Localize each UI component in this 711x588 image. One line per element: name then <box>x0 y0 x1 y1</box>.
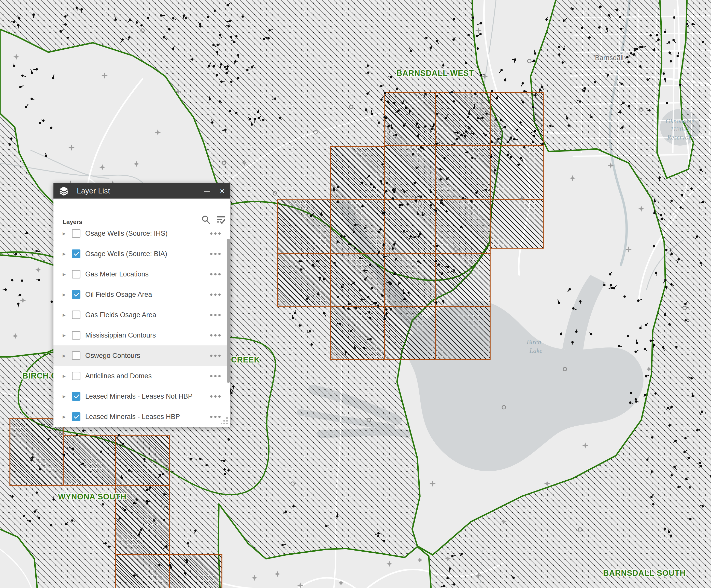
layer-rows: ▸Osage Wells (Source: IHS)▸Osage Wells (… <box>53 223 230 427</box>
layer-checkbox[interactable] <box>72 249 81 258</box>
panel-body: Layers ▸Osage Wells (Source: IHS)▸Osage … <box>53 198 230 427</box>
layer-row: ▸Oswego Contours <box>53 345 230 366</box>
layer-label: Mississippian Contours <box>85 331 156 339</box>
field-label: CREEK <box>231 355 260 364</box>
layer-label: Oil Fields Osage Area <box>85 291 152 299</box>
layer-menu-button[interactable] <box>210 232 221 235</box>
layer-checkbox[interactable] <box>72 290 81 299</box>
expand-arrow-icon[interactable]: ▸ <box>63 271 68 277</box>
layer-menu-button[interactable] <box>210 334 221 337</box>
layer-checkbox[interactable] <box>72 412 81 421</box>
layer-menu-button[interactable] <box>210 273 221 275</box>
layer-checkbox[interactable] <box>72 311 81 319</box>
layer-label: Osage Wells (Source: BIA) <box>85 250 167 258</box>
water-label: Birch <box>527 338 541 346</box>
layer-menu-button[interactable] <box>210 253 221 255</box>
expand-arrow-icon[interactable]: ▸ <box>63 251 68 257</box>
layer-row: ▸Leased Minerals - Leases HBP <box>53 406 230 427</box>
layer-row: ▸Oil Fields Osage Area <box>53 284 230 305</box>
layer-row: ▸Gas Meter Locations <box>53 264 230 284</box>
layer-checkbox[interactable] <box>72 392 81 401</box>
layer-checkbox[interactable] <box>72 372 81 380</box>
expand-arrow-icon[interactable]: ▸ <box>63 414 68 420</box>
layer-row: ▸Mississippian Contours <box>53 325 230 345</box>
expand-arrow-icon[interactable]: ▸ <box>63 353 68 359</box>
field-label: BARNSDALL WEST <box>396 69 474 78</box>
layer-label: Oswego Contours <box>85 352 140 360</box>
field-label: BARNSDALL SOUTH <box>603 569 686 578</box>
expand-arrow-icon[interactable]: ▸ <box>63 230 68 236</box>
layer-row: ▸Osage Wells (Source: IHS) <box>53 223 230 244</box>
layers-icon <box>59 186 69 196</box>
expand-arrow-icon[interactable]: ▸ <box>63 332 68 338</box>
expand-arrow-icon[interactable]: ▸ <box>63 312 68 318</box>
layer-label: Gas Meter Locations <box>85 270 149 278</box>
layer-label: Leased Minerals - Leases Not HBP <box>85 393 193 400</box>
water-label: Oknoname <box>666 117 694 125</box>
layer-row: ▸Gas Fields Osage Area <box>53 305 230 325</box>
town-label: Barnsdall <box>595 54 624 62</box>
app-root: { "panel": { "title": "Layer List", "min… <box>0 0 711 588</box>
field-label: WYNONA SOUTH <box>58 492 127 501</box>
layer-label: Leased Minerals - Leases HBP <box>85 413 180 421</box>
layer-menu-button[interactable] <box>210 395 221 398</box>
water-label: Lake <box>529 347 542 354</box>
expand-arrow-icon[interactable]: ▸ <box>63 393 68 399</box>
layer-checkbox[interactable] <box>72 331 81 340</box>
panel-title: Layer List <box>77 187 110 195</box>
layer-checkbox[interactable] <box>72 229 81 238</box>
layer-row: ▸Osage Wells (Source: BIA) <box>53 244 230 264</box>
layer-checkbox[interactable] <box>72 270 81 278</box>
expand-arrow-icon[interactable]: ▸ <box>63 373 68 379</box>
layer-checkbox[interactable] <box>72 351 81 360</box>
panel-resize-handle[interactable] <box>220 417 229 426</box>
layer-row: ▸Leased Minerals - Leases Not HBP <box>53 386 230 406</box>
layer-label: Osage Wells (Source: IHS) <box>85 230 168 237</box>
layer-menu-button[interactable] <box>210 416 221 418</box>
water-label: Reservoir <box>667 134 693 141</box>
layer-list-panel: Layer List – × Layers ▸Osage Wells (Sour… <box>53 183 230 427</box>
close-button[interactable]: × <box>215 183 229 198</box>
layer-label: Anticlines and Domes <box>85 372 152 380</box>
water-label: 113071 <box>670 125 690 133</box>
layer-menu-button[interactable] <box>210 314 221 316</box>
layer-menu-button[interactable] <box>210 293 221 296</box>
panel-scrollbar[interactable] <box>227 239 230 383</box>
layer-menu-button[interactable] <box>210 355 221 357</box>
expand-arrow-icon[interactable]: ▸ <box>63 291 68 298</box>
panel-header[interactable]: Layer List – × <box>53 183 230 198</box>
layer-label: Gas Fields Osage Area <box>85 311 156 319</box>
layer-row: ▸Anticlines and Domes <box>53 366 230 386</box>
layer-menu-button[interactable] <box>210 375 221 377</box>
